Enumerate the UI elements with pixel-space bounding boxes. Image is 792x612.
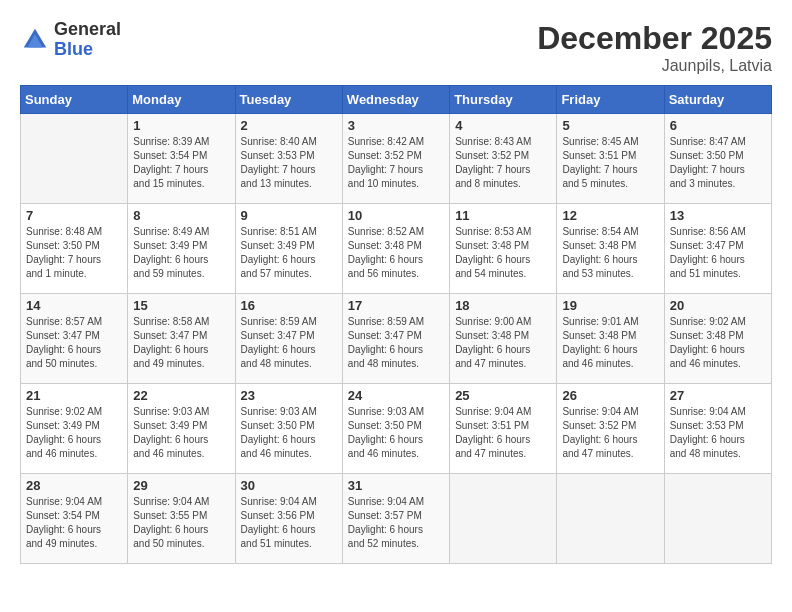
day-info: Sunrise: 8:48 AM Sunset: 3:50 PM Dayligh… [26,225,122,281]
calendar-day-cell: 15Sunrise: 8:58 AM Sunset: 3:47 PM Dayli… [128,294,235,384]
day-number: 8 [133,208,229,223]
calendar-day-cell [21,114,128,204]
calendar-day-cell: 24Sunrise: 9:03 AM Sunset: 3:50 PM Dayli… [342,384,449,474]
day-number: 2 [241,118,337,133]
calendar-day-cell: 10Sunrise: 8:52 AM Sunset: 3:48 PM Dayli… [342,204,449,294]
calendar-day-cell: 5Sunrise: 8:45 AM Sunset: 3:51 PM Daylig… [557,114,664,204]
day-number: 4 [455,118,551,133]
calendar-day-cell [664,474,771,564]
day-info: Sunrise: 9:00 AM Sunset: 3:48 PM Dayligh… [455,315,551,371]
day-number: 6 [670,118,766,133]
day-number: 5 [562,118,658,133]
day-info: Sunrise: 9:04 AM Sunset: 3:56 PM Dayligh… [241,495,337,551]
day-number: 20 [670,298,766,313]
month-title: December 2025 [537,20,772,57]
day-info: Sunrise: 8:45 AM Sunset: 3:51 PM Dayligh… [562,135,658,191]
day-info: Sunrise: 9:02 AM Sunset: 3:48 PM Dayligh… [670,315,766,371]
day-info: Sunrise: 9:04 AM Sunset: 3:52 PM Dayligh… [562,405,658,461]
day-info: Sunrise: 8:56 AM Sunset: 3:47 PM Dayligh… [670,225,766,281]
day-info: Sunrise: 8:43 AM Sunset: 3:52 PM Dayligh… [455,135,551,191]
day-info: Sunrise: 8:54 AM Sunset: 3:48 PM Dayligh… [562,225,658,281]
day-info: Sunrise: 9:04 AM Sunset: 3:51 PM Dayligh… [455,405,551,461]
day-number: 11 [455,208,551,223]
day-info: Sunrise: 9:03 AM Sunset: 3:50 PM Dayligh… [241,405,337,461]
calendar-day-header: Saturday [664,86,771,114]
day-info: Sunrise: 9:04 AM Sunset: 3:57 PM Dayligh… [348,495,444,551]
day-info: Sunrise: 8:59 AM Sunset: 3:47 PM Dayligh… [241,315,337,371]
day-info: Sunrise: 8:57 AM Sunset: 3:47 PM Dayligh… [26,315,122,371]
calendar-week-row: 28Sunrise: 9:04 AM Sunset: 3:54 PM Dayli… [21,474,772,564]
calendar-day-cell [450,474,557,564]
day-info: Sunrise: 9:01 AM Sunset: 3:48 PM Dayligh… [562,315,658,371]
calendar-day-header: Monday [128,86,235,114]
day-info: Sunrise: 8:40 AM Sunset: 3:53 PM Dayligh… [241,135,337,191]
day-info: Sunrise: 9:04 AM Sunset: 3:55 PM Dayligh… [133,495,229,551]
calendar-day-cell: 31Sunrise: 9:04 AM Sunset: 3:57 PM Dayli… [342,474,449,564]
day-info: Sunrise: 8:49 AM Sunset: 3:49 PM Dayligh… [133,225,229,281]
calendar-day-cell: 22Sunrise: 9:03 AM Sunset: 3:49 PM Dayli… [128,384,235,474]
day-number: 10 [348,208,444,223]
day-number: 15 [133,298,229,313]
calendar-header-row: SundayMondayTuesdayWednesdayThursdayFrid… [21,86,772,114]
calendar-week-row: 21Sunrise: 9:02 AM Sunset: 3:49 PM Dayli… [21,384,772,474]
day-info: Sunrise: 8:51 AM Sunset: 3:49 PM Dayligh… [241,225,337,281]
calendar-day-cell [557,474,664,564]
day-info: Sunrise: 8:53 AM Sunset: 3:48 PM Dayligh… [455,225,551,281]
calendar: SundayMondayTuesdayWednesdayThursdayFrid… [20,85,772,564]
day-number: 17 [348,298,444,313]
day-number: 7 [26,208,122,223]
day-info: Sunrise: 9:04 AM Sunset: 3:54 PM Dayligh… [26,495,122,551]
calendar-day-cell: 8Sunrise: 8:49 AM Sunset: 3:49 PM Daylig… [128,204,235,294]
day-number: 3 [348,118,444,133]
calendar-header: SundayMondayTuesdayWednesdayThursdayFrid… [21,86,772,114]
day-info: Sunrise: 9:04 AM Sunset: 3:53 PM Dayligh… [670,405,766,461]
logo-icon [20,25,50,55]
day-number: 25 [455,388,551,403]
day-info: Sunrise: 8:59 AM Sunset: 3:47 PM Dayligh… [348,315,444,371]
calendar-day-cell: 20Sunrise: 9:02 AM Sunset: 3:48 PM Dayli… [664,294,771,384]
day-info: Sunrise: 8:52 AM Sunset: 3:48 PM Dayligh… [348,225,444,281]
calendar-day-cell: 27Sunrise: 9:04 AM Sunset: 3:53 PM Dayli… [664,384,771,474]
logo-blue: Blue [54,40,121,60]
day-number: 16 [241,298,337,313]
calendar-day-header: Friday [557,86,664,114]
calendar-week-row: 7Sunrise: 8:48 AM Sunset: 3:50 PM Daylig… [21,204,772,294]
calendar-day-header: Tuesday [235,86,342,114]
day-number: 18 [455,298,551,313]
calendar-day-cell: 9Sunrise: 8:51 AM Sunset: 3:49 PM Daylig… [235,204,342,294]
calendar-day-cell: 25Sunrise: 9:04 AM Sunset: 3:51 PM Dayli… [450,384,557,474]
day-info: Sunrise: 8:47 AM Sunset: 3:50 PM Dayligh… [670,135,766,191]
logo: General Blue [20,20,121,60]
day-number: 22 [133,388,229,403]
day-info: Sunrise: 9:03 AM Sunset: 3:50 PM Dayligh… [348,405,444,461]
day-number: 21 [26,388,122,403]
day-number: 28 [26,478,122,493]
calendar-day-cell: 19Sunrise: 9:01 AM Sunset: 3:48 PM Dayli… [557,294,664,384]
day-number: 19 [562,298,658,313]
calendar-day-cell: 12Sunrise: 8:54 AM Sunset: 3:48 PM Dayli… [557,204,664,294]
logo-general: General [54,20,121,40]
day-number: 30 [241,478,337,493]
title-block: December 2025 Jaunpils, Latvia [537,20,772,75]
calendar-day-cell: 7Sunrise: 8:48 AM Sunset: 3:50 PM Daylig… [21,204,128,294]
calendar-day-cell: 13Sunrise: 8:56 AM Sunset: 3:47 PM Dayli… [664,204,771,294]
day-number: 29 [133,478,229,493]
calendar-body: 1Sunrise: 8:39 AM Sunset: 3:54 PM Daylig… [21,114,772,564]
day-number: 12 [562,208,658,223]
day-info: Sunrise: 8:42 AM Sunset: 3:52 PM Dayligh… [348,135,444,191]
day-number: 26 [562,388,658,403]
logo-text: General Blue [54,20,121,60]
calendar-day-cell: 26Sunrise: 9:04 AM Sunset: 3:52 PM Dayli… [557,384,664,474]
day-number: 23 [241,388,337,403]
calendar-day-cell: 2Sunrise: 8:40 AM Sunset: 3:53 PM Daylig… [235,114,342,204]
day-info: Sunrise: 8:39 AM Sunset: 3:54 PM Dayligh… [133,135,229,191]
calendar-day-cell: 30Sunrise: 9:04 AM Sunset: 3:56 PM Dayli… [235,474,342,564]
calendar-day-cell: 11Sunrise: 8:53 AM Sunset: 3:48 PM Dayli… [450,204,557,294]
calendar-day-cell: 4Sunrise: 8:43 AM Sunset: 3:52 PM Daylig… [450,114,557,204]
calendar-day-header: Sunday [21,86,128,114]
day-number: 24 [348,388,444,403]
day-number: 1 [133,118,229,133]
day-number: 27 [670,388,766,403]
day-info: Sunrise: 9:02 AM Sunset: 3:49 PM Dayligh… [26,405,122,461]
calendar-day-header: Thursday [450,86,557,114]
